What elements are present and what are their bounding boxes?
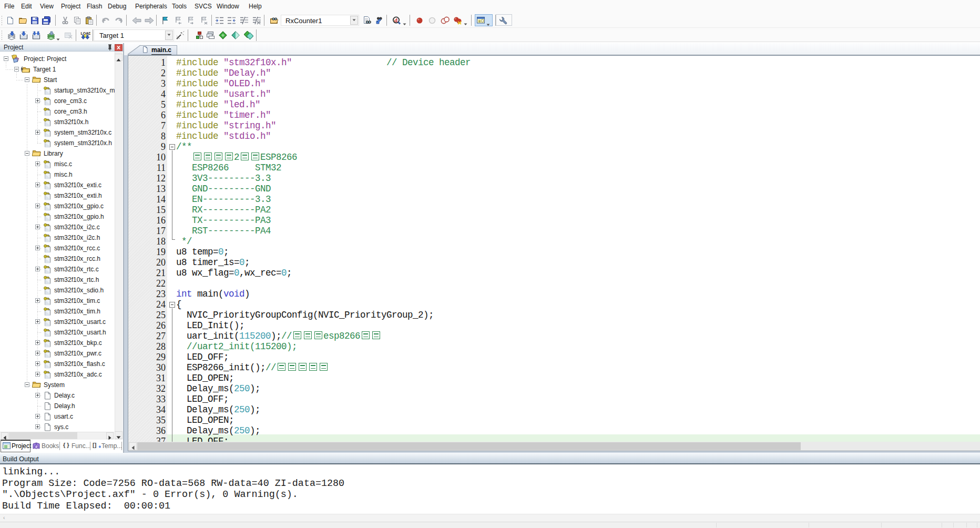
svg-text:d: d	[394, 17, 397, 23]
svg-text:?: ?	[36, 445, 38, 449]
svg-text:LOAD: LOAD	[81, 32, 91, 35]
